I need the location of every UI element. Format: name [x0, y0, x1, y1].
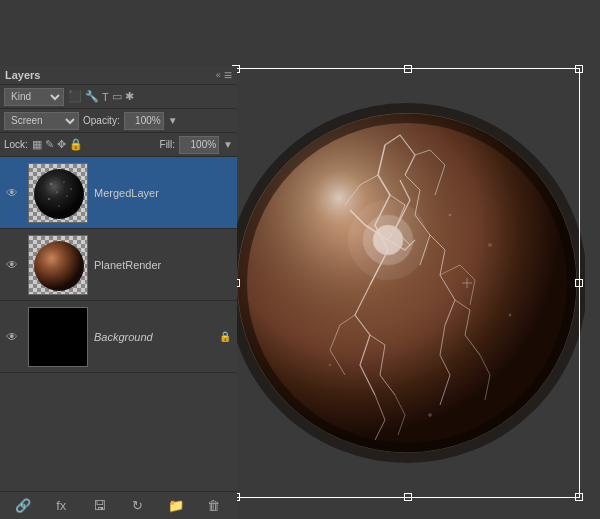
new-adjustment-button[interactable]: ↻ — [127, 495, 149, 517]
svg-point-10 — [429, 414, 432, 417]
svg-point-6 — [449, 214, 451, 216]
add-mask-button[interactable]: 🖫 — [88, 495, 110, 517]
blend-mode-select[interactable]: Screen Normal Multiply Overlay Soft Ligh… — [4, 112, 79, 130]
delete-layer-button[interactable]: 🗑 — [203, 495, 225, 517]
lock-label: Lock: — [4, 139, 28, 150]
shape-filter-icon[interactable]: ▭ — [112, 90, 122, 103]
fill-label: Fill: — [160, 139, 176, 150]
lock-icons: ▦ ✎ ✥ 🔒 — [32, 138, 83, 151]
link-layers-button[interactable]: 🔗 — [12, 495, 34, 517]
opacity-dropdown-arrow[interactable]: ▼ — [168, 115, 178, 126]
layer-visibility-merged[interactable]: 👁 — [2, 186, 22, 200]
opacity-label: Opacity: — [83, 115, 120, 126]
panel-controls: « ≡ — [216, 67, 232, 83]
layer-thumbnail-merged — [28, 163, 88, 223]
layer-item[interactable]: 👁 — [0, 157, 237, 229]
layer-effects-button[interactable]: fx — [50, 495, 72, 517]
layer-visibility-planet[interactable]: 👁 — [2, 258, 22, 272]
layer-lock-icon-background: 🔒 — [219, 331, 231, 342]
svg-point-15 — [50, 183, 51, 184]
opacity-input[interactable] — [124, 112, 164, 130]
svg-point-17 — [56, 191, 57, 192]
layers-panel: Layers « ≡ Kind Name Effect Mode Attribu… — [0, 84, 237, 519]
layer-thumbnail-background — [28, 307, 88, 367]
pixel-filter-icon[interactable]: ⬛ — [68, 90, 82, 103]
svg-point-14 — [34, 169, 84, 219]
panel-menu-button[interactable]: ≡ — [224, 67, 232, 83]
layer-item[interactable]: 👁 Background 🔒 — [0, 301, 237, 373]
layer-name-merged: MergedLayer — [94, 187, 235, 199]
layers-list: 👁 — [0, 157, 237, 373]
fill-input[interactable] — [179, 136, 219, 154]
eye-icon-background: 👁 — [6, 330, 18, 344]
type-filter-icon[interactable]: T — [102, 91, 109, 103]
collapse-button[interactable]: « — [216, 70, 221, 80]
layer-name-background: Background — [94, 331, 219, 343]
eye-icon-planet: 👁 — [6, 258, 18, 272]
planet-container — [215, 40, 595, 490]
layers-panel-header: Layers « ≡ — [0, 66, 237, 85]
svg-point-8 — [509, 314, 511, 316]
layer-visibility-background[interactable]: 👁 — [2, 330, 22, 344]
layers-title: Layers — [5, 69, 40, 81]
filter-icons: ⬛ 🔧 T ▭ ✱ — [68, 90, 134, 103]
svg-point-19 — [48, 198, 49, 199]
layer-name-planet: PlanetRender — [94, 259, 235, 271]
lock-position-icon[interactable]: ✥ — [57, 138, 66, 151]
new-group-button[interactable]: 📁 — [165, 495, 187, 517]
svg-point-9 — [329, 364, 331, 366]
lock-transparency-icon[interactable]: ▦ — [32, 138, 42, 151]
adjustment-filter-icon[interactable]: 🔧 — [85, 90, 99, 103]
fill-dropdown-arrow[interactable]: ▼ — [223, 139, 233, 150]
svg-point-7 — [489, 244, 492, 247]
svg-point-22 — [34, 241, 84, 291]
lock-all-icon[interactable]: 🔒 — [69, 138, 83, 151]
smart-filter-icon[interactable]: ✱ — [125, 90, 134, 103]
svg-point-16 — [64, 181, 65, 182]
lock-pixels-icon[interactable]: ✎ — [45, 138, 54, 151]
layer-thumbnail-planet — [28, 235, 88, 295]
lock-row: Lock: ▦ ✎ ✥ 🔒 Fill: ▼ — [0, 133, 237, 157]
blend-row: Screen Normal Multiply Overlay Soft Ligh… — [0, 109, 237, 133]
svg-point-20 — [59, 205, 60, 206]
layer-item[interactable]: 👁 PlanetRender — [0, 229, 237, 301]
kind-select[interactable]: Kind Name Effect Mode Attribute Color — [4, 88, 64, 106]
eye-icon-merged: 👁 — [6, 186, 18, 200]
svg-point-18 — [67, 195, 68, 196]
search-row: Kind Name Effect Mode Attribute Color ⬛ … — [0, 85, 237, 109]
planet-image — [230, 65, 585, 505]
layers-bottom-toolbar: 🔗 fx 🖫 ↻ 📁 🗑 — [0, 491, 237, 519]
svg-point-21 — [70, 188, 71, 189]
